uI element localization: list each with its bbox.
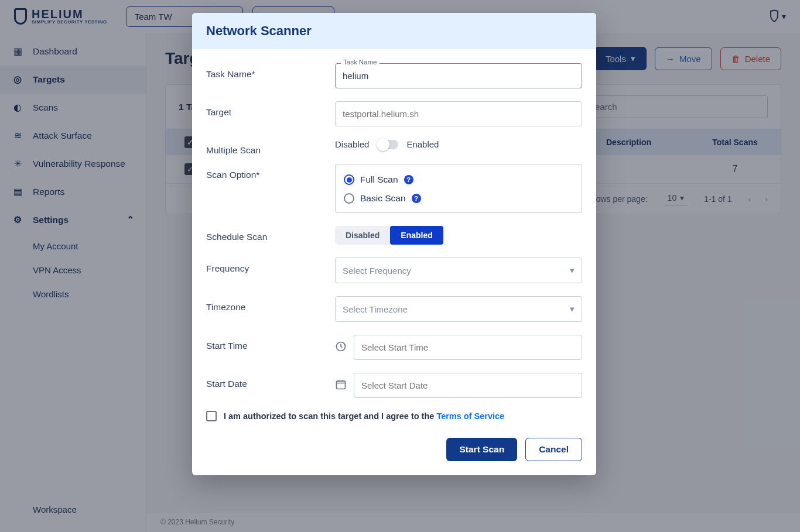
calendar-icon (335, 379, 347, 393)
modal-title: Network Scanner (192, 13, 596, 49)
start-date-input[interactable] (354, 373, 582, 398)
full-scan-radio[interactable]: Full Scan ? (344, 170, 573, 189)
seg-enabled[interactable]: Enabled (390, 226, 443, 245)
frequency-select[interactable]: Select Frequency ▾ (335, 258, 582, 283)
multiple-scan-toggle[interactable] (377, 140, 398, 149)
start-date-label: Start Date (206, 373, 323, 389)
help-icon[interactable]: ? (404, 175, 413, 184)
frequency-label: Frequency (206, 258, 323, 274)
chevron-down-icon: ▾ (570, 265, 575, 276)
timezone-label: Timezone (206, 296, 323, 313)
start-time-input[interactable] (354, 335, 582, 360)
basic-scan-radio[interactable]: Basic Scan ? (344, 189, 573, 208)
target-label: Target (206, 101, 323, 118)
start-scan-button[interactable]: Start Scan (446, 438, 517, 461)
seg-disabled[interactable]: Disabled (335, 226, 390, 245)
clock-icon (335, 341, 347, 355)
network-scanner-modal: Network Scanner Task Name* Task Name Tar… (192, 13, 596, 475)
schedule-segment[interactable]: Disabled Enabled (335, 226, 443, 245)
full-scan-label: Full Scan (360, 174, 398, 185)
task-name-float-label: Task Name (341, 59, 380, 66)
task-name-label: Task Name* (206, 63, 323, 80)
help-icon[interactable]: ? (412, 194, 421, 203)
toggle-enabled-label: Enabled (406, 139, 439, 149)
basic-scan-label: Basic Scan (360, 193, 406, 204)
toggle-disabled-label: Disabled (335, 139, 369, 149)
start-time-label: Start Time (206, 335, 323, 351)
task-name-input[interactable] (335, 63, 582, 88)
consent-row: I am authorized to scan this target and … (206, 411, 582, 421)
scan-option-label: Scan Option* (206, 164, 323, 180)
cancel-button[interactable]: Cancel (525, 438, 582, 461)
schedule-scan-label: Schedule Scan (206, 226, 323, 242)
target-input[interactable] (335, 101, 582, 126)
consent-checkbox[interactable] (206, 411, 217, 421)
consent-text: I am authorized to scan this target and … (224, 411, 436, 421)
terms-link[interactable]: Terms of Service (436, 411, 504, 421)
svg-rect-1 (337, 381, 346, 389)
timezone-select[interactable]: Select Timezone ▾ (335, 296, 582, 322)
timezone-placeholder: Select Timezone (343, 304, 408, 314)
chevron-down-icon: ▾ (570, 304, 575, 314)
multiple-scan-label: Multiple Scan (206, 139, 323, 156)
frequency-placeholder: Select Frequency (343, 266, 411, 276)
